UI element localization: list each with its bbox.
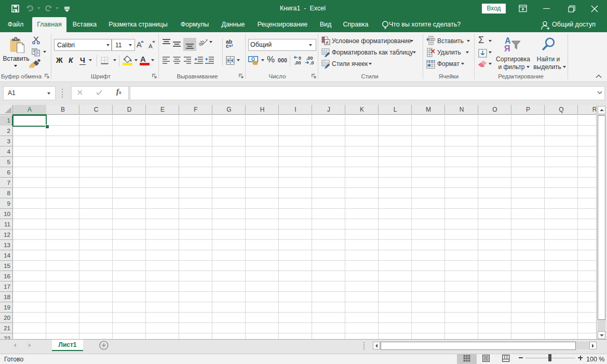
svg-text:,0: ,0 bbox=[310, 60, 314, 65]
svg-text:,00: ,00 bbox=[294, 60, 301, 65]
